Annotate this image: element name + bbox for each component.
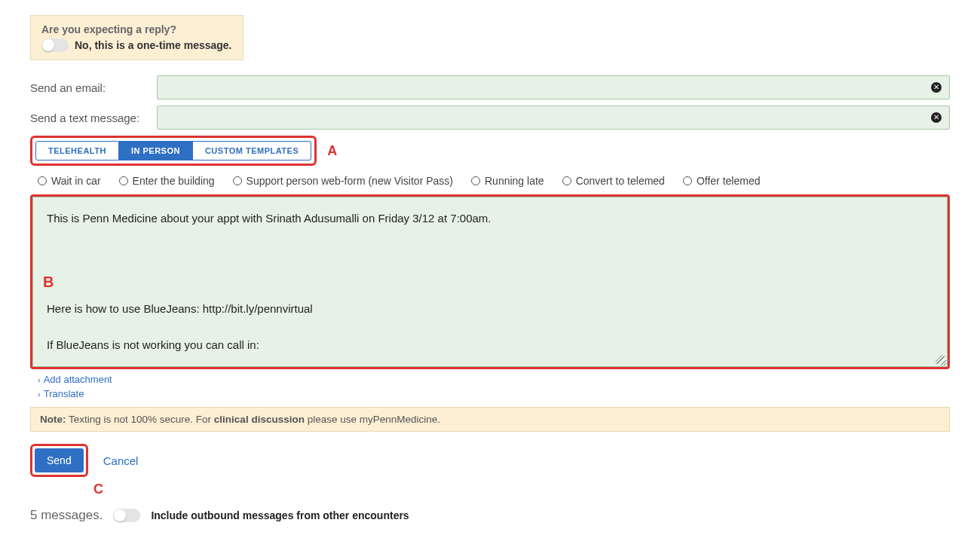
radio-label: Support person web-form (new Visitor Pas… <box>247 175 453 187</box>
tab-custom-templates[interactable]: CUSTOM TEMPLATES <box>193 141 311 160</box>
template-tab-group: TELEHEALTH IN PERSON CUSTOM TEMPLATES <box>30 136 317 166</box>
send-button-highlight: Send <box>30 444 88 477</box>
message-editor-wrap: This is Penn Medicine about your appt wi… <box>30 194 950 369</box>
radio-wait-in-car[interactable]: Wait in car <box>38 175 101 187</box>
radio-label: Convert to telemed <box>576 175 665 187</box>
note-text-2: please use myPennMedicine. <box>305 414 440 425</box>
link-label: Translate <box>44 388 84 399</box>
reply-toggle[interactable] <box>41 38 69 52</box>
radio-label: Enter the building <box>133 175 215 187</box>
send-button[interactable]: Send <box>35 448 84 472</box>
radio-label: Offer telemed <box>697 175 761 187</box>
radio-running-late[interactable]: Running late <box>471 175 544 187</box>
text-label: Send a text message: <box>30 112 151 124</box>
radio-convert-telemed[interactable]: Convert to telemed <box>562 175 665 187</box>
reply-toggle-label: No, this is a one-time message. <box>75 39 232 51</box>
chevron-right-icon: › <box>38 375 41 384</box>
radio-support-person[interactable]: Support person web-form (new Visitor Pas… <box>233 175 453 187</box>
tab-in-person[interactable]: IN PERSON <box>119 141 193 160</box>
annotation-a: A <box>327 143 337 159</box>
reply-heading: Are you expecting a reply? <box>41 23 232 35</box>
email-label: Send an email: <box>30 81 151 94</box>
security-note: Note: Texting is not 100% secure. For cl… <box>30 407 950 432</box>
radio-offer-telemed[interactable]: Offer telemed <box>683 175 761 187</box>
radio-label: Wait in car <box>51 175 101 187</box>
outbound-toggle-label: Include outbound messages from other enc… <box>151 509 409 521</box>
translate-link[interactable]: › Translate <box>38 388 942 399</box>
clear-text-icon[interactable]: ✕ <box>931 112 942 123</box>
clear-email-icon[interactable]: ✕ <box>931 82 942 93</box>
tab-telehealth[interactable]: TELEHEALTH <box>35 141 119 160</box>
text-input[interactable]: ✕ <box>157 105 950 130</box>
message-count: 5 messages. <box>30 508 103 523</box>
annotation-c: C <box>93 482 950 497</box>
message-editor[interactable]: This is Penn Medicine about your appt wi… <box>32 197 948 367</box>
radio-label: Running late <box>485 175 544 187</box>
reply-expectation-box: Are you expecting a reply? No, this is a… <box>30 15 243 60</box>
note-text-1: Texting is not 100% secure. For <box>66 414 214 425</box>
note-bold: clinical discussion <box>214 414 305 425</box>
email-input[interactable]: ✕ <box>157 75 950 99</box>
add-attachment-link[interactable]: › Add attachment <box>38 374 942 385</box>
note-prefix: Note: <box>40 414 66 425</box>
radio-enter-building[interactable]: Enter the building <box>119 175 215 187</box>
link-label: Add attachment <box>44 374 112 385</box>
cancel-button[interactable]: Cancel <box>100 448 142 473</box>
template-radio-row: Wait in car Enter the building Support p… <box>30 173 950 194</box>
chevron-right-icon: › <box>38 390 41 399</box>
outbound-toggle[interactable] <box>113 509 140 522</box>
